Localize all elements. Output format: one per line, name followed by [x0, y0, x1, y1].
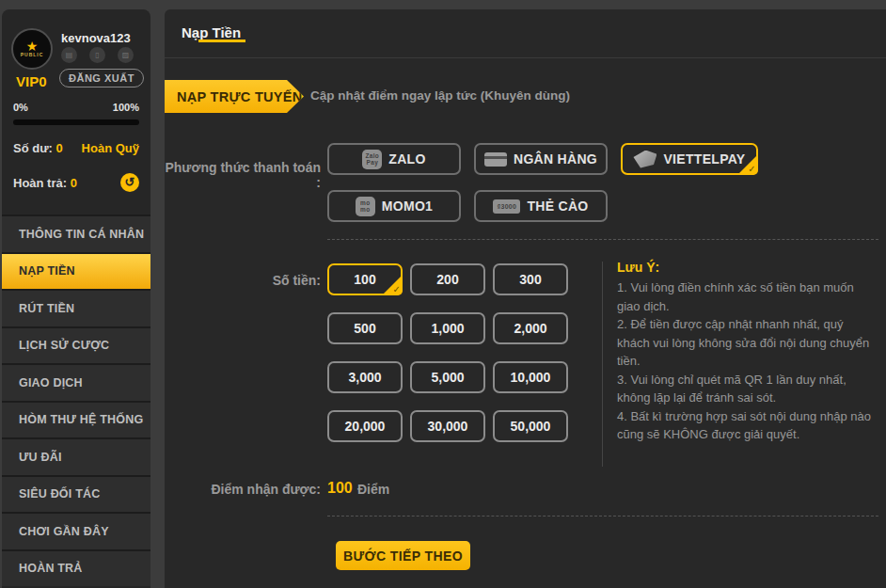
balance-row: Số dư: 0 Hoàn Quỹ [13, 141, 139, 155]
tab-active-underline [198, 40, 245, 42]
zalopay-icon: Zalo Pay [362, 150, 382, 169]
amount-option-200[interactable]: 200 [410, 263, 485, 295]
payment-method-ngan-hang[interactable]: NGÂN HÀNG [474, 143, 608, 175]
payment-method-label: THẺ CÀO [527, 199, 588, 214]
balance: Số dư: 0 [13, 141, 63, 155]
payment-method-momo1[interactable]: mo mo MOMO1 [327, 190, 461, 222]
payment-method-the-cao[interactable]: ₫3000 THẺ CÀO [474, 190, 608, 222]
sidebar-item-lich-su-cuoc[interactable]: LỊCH SỬ CƯỢC [2, 326, 150, 364]
tab-nap-tien[interactable]: Nạp Tiền [182, 24, 241, 40]
progress-min: 0% [13, 102, 28, 113]
selected-corner: ✓ [382, 275, 403, 295]
star-icon: ★ [26, 40, 39, 52]
amount-option-20000[interactable]: 20,000 [327, 410, 403, 442]
balance-label: Số dư: [13, 141, 53, 155]
id-card-icon[interactable]: ▤ [61, 47, 77, 63]
sidebar-item-hoan-tra[interactable]: HOÀN TRẢ [2, 549, 150, 587]
amount-option-50000[interactable]: 50,000 [493, 410, 568, 442]
avatar[interactable]: ★ PUBLIC [11, 28, 53, 70]
amount-option-500[interactable]: 500 [327, 312, 403, 344]
sidebar-menu: THÔNG TIN CÁ NHÂN NẠP TIỀN RÚT TIỀN LỊCH… [2, 215, 150, 586]
sidebar-item-choi-gan-day[interactable]: CHƠI GẦN ĐÂY [2, 512, 150, 549]
bank-transfer-icon[interactable]: ▨ [118, 47, 134, 63]
sidebar-item-nap-tien[interactable]: NẠP TIỀN [2, 252, 150, 290]
sidebar-item-sieu-doi-tac[interactable]: SIÊU ĐỐI TÁC [2, 475, 150, 513]
points-label: Điểm nhận được: [165, 482, 321, 497]
amount-option-300[interactable]: 300 [493, 263, 568, 295]
amount-option-5000[interactable]: 5,000 [410, 361, 485, 393]
sidebar-item-rut-tien[interactable]: RÚT TIỀN [2, 289, 150, 326]
scratch-card-icon: ₫3000 [493, 199, 520, 214]
amount-option-2000[interactable]: 2,000 [493, 312, 568, 344]
footer-divider [327, 516, 878, 516]
amount-option-30000[interactable]: 30,000 [410, 410, 485, 442]
user-panel: ★ PUBLIC kevnova123 ▤ ▯ ▨ VIP0 ĐĂNG XUẤT… [2, 9, 150, 215]
payment-method-viettelpay[interactable]: VIETTELPAY ✓ [621, 143, 758, 175]
vip-badge: VIP0 [16, 73, 47, 89]
phone-icon[interactable]: ▯ [89, 47, 105, 63]
amount-option-1000[interactable]: 1,000 [410, 312, 485, 344]
momo-icon: mo mo [356, 197, 375, 216]
deposit-panel: Nạp Tiền NẠP TRỰC TUYẾN Cập nhật điểm ng… [165, 9, 886, 588]
rebate: Hoàn trả: 0 [13, 176, 77, 190]
payment-method-label: NGÂN HÀNG [514, 151, 597, 167]
check-icon: ✓ [393, 284, 401, 294]
sidebar-item-giao-dich[interactable]: GIAO DỊCH [2, 363, 150, 401]
next-step-button[interactable]: BƯỚC TIẾP THEO [336, 541, 470, 570]
payment-method-label: MOMO1 [382, 199, 433, 214]
amount-label: Số tiền: [165, 273, 321, 288]
points-unit: Điểm [357, 482, 389, 497]
amount-option-10000[interactable]: 10,000 [493, 361, 568, 393]
deposit-mode-banner: NẠP TRỰC TUYẾN [165, 80, 304, 113]
rebate-row: Hoàn trả: 0 ↺ [13, 173, 139, 192]
sidebar-item-thong-tin-ca-nhan[interactable]: THÔNG TIN CÁ NHÂN [2, 215, 150, 252]
points-value: 100 [327, 480, 353, 497]
avatar-label: PUBLIC [21, 52, 44, 57]
notes-divider [602, 262, 603, 467]
note-item: 1. Vui lòng điền chính xác số tiền bạn m… [617, 278, 877, 315]
amount-option-3000[interactable]: 3,000 [327, 361, 403, 393]
note-item: 3. Vui lòng chỉ quét mã QR 1 lần duy nhấ… [617, 371, 877, 407]
user-quick-icons: ▤ ▯ ▨ [61, 47, 134, 63]
rebate-label: Hoàn trả: [13, 176, 67, 190]
sidebar-item-uu-dai[interactable]: ƯU ĐÃI [2, 437, 150, 475]
note-item: 4. Bất kì trường hợp sai sót nội dung nh… [617, 407, 877, 444]
balance-value: 0 [56, 141, 63, 155]
rebate-value: 0 [71, 176, 77, 190]
refresh-rebate-button[interactable]: ↺ [120, 173, 139, 192]
payment-method-label: ZALO [388, 151, 425, 167]
logout-button[interactable]: ĐĂNG XUẤT [59, 69, 144, 87]
section-divider [327, 239, 878, 240]
notes-title: Lưu Ý: [617, 260, 877, 275]
payment-method-label: Phương thức thanh toán : [165, 160, 321, 190]
payment-method-zalo[interactable]: Zalo Pay ZALO [327, 143, 461, 175]
bank-card-icon [484, 152, 507, 167]
payment-method-label: VIETTELPAY [663, 151, 745, 167]
note-item: 2. Để tiền được cập nhật nhanh nhất, quý… [617, 315, 877, 371]
tab-row: Nạp Tiền [165, 9, 886, 58]
banner-subtitle: Cập nhật điểm ngay lập tức (Khuyên dùng) [310, 88, 570, 103]
viettelpay-icon [633, 151, 657, 168]
amount-option-100[interactable]: 100 ✓ [327, 263, 403, 295]
banner-title: NẠP TRỰC TUYẾN [177, 89, 303, 104]
payment-method-group: Zalo Pay ZALO NGÂN HÀNG VIETTELPAY ✓ mo … [327, 143, 769, 222]
vip-progress-bar [13, 119, 139, 125]
amount-option-group: 100 ✓ 200 300 500 1,000 2,000 3,000 5,00… [327, 263, 576, 442]
vip-progress-labels: 0% 100% [13, 102, 139, 113]
refund-fund-link[interactable]: Hoàn Quỹ [82, 141, 139, 155]
check-icon: ✓ [748, 164, 756, 174]
sidebar: ★ PUBLIC kevnova123 ▤ ▯ ▨ VIP0 ĐĂNG XUẤT… [2, 9, 150, 588]
notes-block: Lưu Ý: 1. Vui lòng điền chính xác số tiề… [617, 260, 877, 444]
tab-label: Nạp Tiền [182, 24, 241, 40]
sidebar-item-hom-thu-he-thong[interactable]: HÒM THƯ HỆ THỐNG [2, 401, 150, 438]
username: kevnova123 [61, 31, 131, 45]
progress-max: 100% [113, 102, 139, 113]
